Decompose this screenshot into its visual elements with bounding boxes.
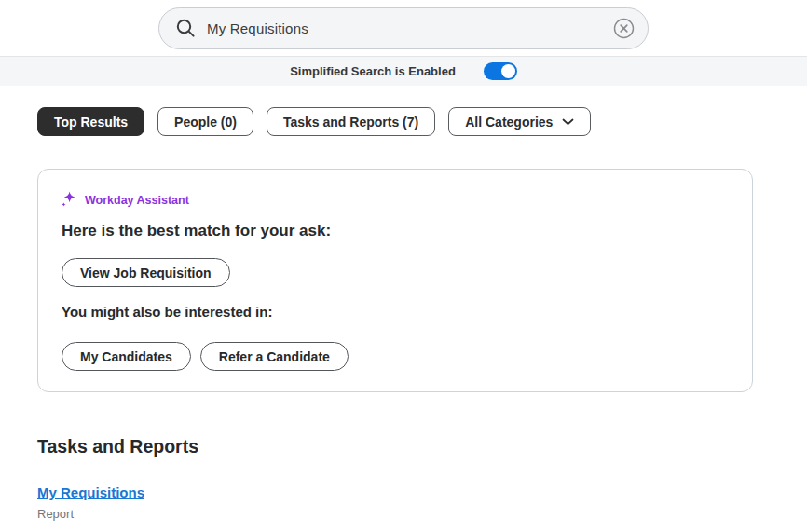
search-input[interactable]: My Requisitions [207, 20, 613, 36]
view-job-requisition-button[interactable]: View Job Requisition [62, 258, 230, 287]
sparkle-icon [62, 191, 76, 210]
filter-pills: Top Results People (0) Tasks and Reports… [37, 107, 770, 136]
simplified-search-label: Simplified Search is Enabled [290, 64, 456, 78]
best-match-heading: Here is the best match for your ask: [62, 222, 729, 240]
filter-people[interactable]: People (0) [157, 107, 253, 136]
assistant-card: Workday Assistant Here is the best match… [37, 169, 753, 392]
toggle-knob [501, 64, 515, 78]
assistant-title: Workday Assistant [85, 194, 189, 207]
main-content: Top Results People (0) Tasks and Reports… [0, 107, 807, 521]
search-icon [176, 19, 196, 38]
results-section-heading: Tasks and Reports [37, 436, 770, 457]
clear-search-icon[interactable] [613, 18, 635, 39]
assistant-header: Workday Assistant [62, 193, 729, 207]
filter-top-results[interactable]: Top Results [37, 107, 144, 136]
also-interested-heading: You might also be interested in: [62, 305, 729, 319]
result-item: My Requisitions Report [37, 457, 770, 521]
secondary-action-row: My Candidates Refer a Candidate [62, 342, 729, 371]
simplified-search-bar: Simplified Search is Enabled [0, 57, 807, 86]
primary-action-row: View Job Requisition [62, 258, 729, 287]
my-requisitions-link[interactable]: My Requisitions [37, 484, 144, 500]
page-header: My Requisitions [0, 0, 807, 57]
my-candidates-button[interactable]: My Candidates [62, 342, 191, 371]
result-type-label: Report [37, 507, 770, 521]
filter-tasks-and-reports[interactable]: Tasks and Reports (7) [267, 107, 435, 136]
filter-all-categories[interactable]: All Categories [448, 107, 591, 136]
simplified-search-toggle[interactable] [484, 62, 517, 80]
search-bar[interactable]: My Requisitions [158, 7, 649, 49]
chevron-down-icon [562, 118, 574, 126]
refer-a-candidate-button[interactable]: Refer a Candidate [200, 342, 349, 371]
